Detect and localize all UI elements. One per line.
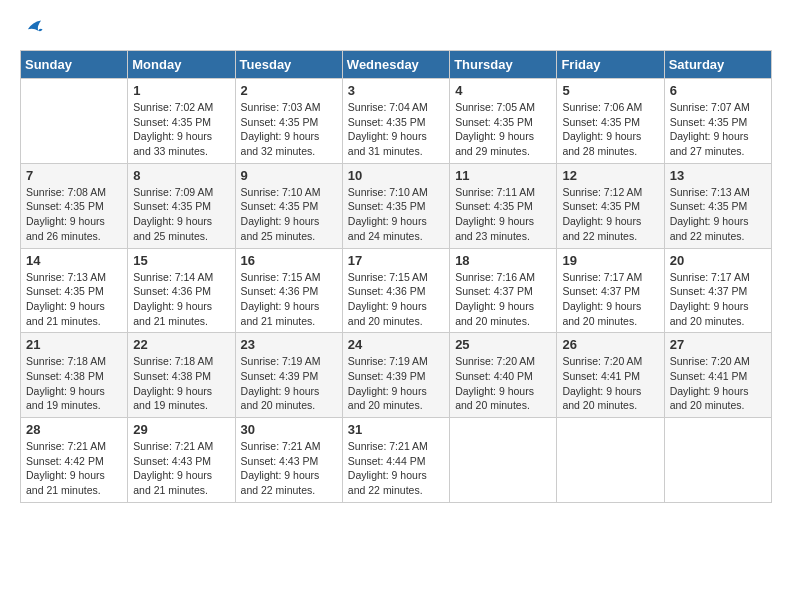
calendar-cell: 22Sunrise: 7:18 AM Sunset: 4:38 PM Dayli… — [128, 333, 235, 418]
day-number: 5 — [562, 83, 658, 98]
day-info: Sunrise: 7:13 AM Sunset: 4:35 PM Dayligh… — [670, 185, 766, 244]
calendar-day-header: Friday — [557, 51, 664, 79]
day-number: 10 — [348, 168, 444, 183]
calendar-cell: 20Sunrise: 7:17 AM Sunset: 4:37 PM Dayli… — [664, 248, 771, 333]
calendar-cell: 14Sunrise: 7:13 AM Sunset: 4:35 PM Dayli… — [21, 248, 128, 333]
calendar-day-header: Thursday — [450, 51, 557, 79]
calendar-week-row: 7Sunrise: 7:08 AM Sunset: 4:35 PM Daylig… — [21, 163, 772, 248]
day-info: Sunrise: 7:15 AM Sunset: 4:36 PM Dayligh… — [348, 270, 444, 329]
day-info: Sunrise: 7:04 AM Sunset: 4:35 PM Dayligh… — [348, 100, 444, 159]
calendar-cell: 4Sunrise: 7:05 AM Sunset: 4:35 PM Daylig… — [450, 79, 557, 164]
calendar-day-header: Tuesday — [235, 51, 342, 79]
day-number: 9 — [241, 168, 337, 183]
calendar-cell: 11Sunrise: 7:11 AM Sunset: 4:35 PM Dayli… — [450, 163, 557, 248]
calendar-cell: 30Sunrise: 7:21 AM Sunset: 4:43 PM Dayli… — [235, 418, 342, 503]
day-number: 13 — [670, 168, 766, 183]
day-info: Sunrise: 7:21 AM Sunset: 4:43 PM Dayligh… — [133, 439, 229, 498]
calendar-cell: 3Sunrise: 7:04 AM Sunset: 4:35 PM Daylig… — [342, 79, 449, 164]
calendar-cell: 19Sunrise: 7:17 AM Sunset: 4:37 PM Dayli… — [557, 248, 664, 333]
day-number: 17 — [348, 253, 444, 268]
calendar-cell: 7Sunrise: 7:08 AM Sunset: 4:35 PM Daylig… — [21, 163, 128, 248]
day-info: Sunrise: 7:10 AM Sunset: 4:35 PM Dayligh… — [348, 185, 444, 244]
calendar-cell: 13Sunrise: 7:13 AM Sunset: 4:35 PM Dayli… — [664, 163, 771, 248]
calendar-day-header: Wednesday — [342, 51, 449, 79]
day-info: Sunrise: 7:19 AM Sunset: 4:39 PM Dayligh… — [241, 354, 337, 413]
calendar-cell: 15Sunrise: 7:14 AM Sunset: 4:36 PM Dayli… — [128, 248, 235, 333]
logo — [20, 16, 44, 38]
day-info: Sunrise: 7:14 AM Sunset: 4:36 PM Dayligh… — [133, 270, 229, 329]
day-number: 3 — [348, 83, 444, 98]
day-number: 2 — [241, 83, 337, 98]
day-number: 8 — [133, 168, 229, 183]
calendar-cell — [450, 418, 557, 503]
page-header — [20, 16, 772, 38]
day-number: 18 — [455, 253, 551, 268]
calendar-cell: 6Sunrise: 7:07 AM Sunset: 4:35 PM Daylig… — [664, 79, 771, 164]
day-number: 22 — [133, 337, 229, 352]
day-info: Sunrise: 7:18 AM Sunset: 4:38 PM Dayligh… — [133, 354, 229, 413]
calendar-cell: 8Sunrise: 7:09 AM Sunset: 4:35 PM Daylig… — [128, 163, 235, 248]
day-info: Sunrise: 7:20 AM Sunset: 4:41 PM Dayligh… — [670, 354, 766, 413]
day-info: Sunrise: 7:11 AM Sunset: 4:35 PM Dayligh… — [455, 185, 551, 244]
calendar-cell: 26Sunrise: 7:20 AM Sunset: 4:41 PM Dayli… — [557, 333, 664, 418]
day-info: Sunrise: 7:02 AM Sunset: 4:35 PM Dayligh… — [133, 100, 229, 159]
calendar-day-header: Sunday — [21, 51, 128, 79]
day-info: Sunrise: 7:17 AM Sunset: 4:37 PM Dayligh… — [670, 270, 766, 329]
day-number: 4 — [455, 83, 551, 98]
day-number: 1 — [133, 83, 229, 98]
day-number: 27 — [670, 337, 766, 352]
calendar-cell — [664, 418, 771, 503]
logo-bird-icon — [22, 16, 44, 38]
calendar-table: SundayMondayTuesdayWednesdayThursdayFrid… — [20, 50, 772, 503]
day-number: 31 — [348, 422, 444, 437]
day-info: Sunrise: 7:20 AM Sunset: 4:41 PM Dayligh… — [562, 354, 658, 413]
day-info: Sunrise: 7:19 AM Sunset: 4:39 PM Dayligh… — [348, 354, 444, 413]
calendar-cell — [21, 79, 128, 164]
day-number: 23 — [241, 337, 337, 352]
calendar-cell: 31Sunrise: 7:21 AM Sunset: 4:44 PM Dayli… — [342, 418, 449, 503]
day-info: Sunrise: 7:16 AM Sunset: 4:37 PM Dayligh… — [455, 270, 551, 329]
calendar-cell: 21Sunrise: 7:18 AM Sunset: 4:38 PM Dayli… — [21, 333, 128, 418]
calendar-cell: 16Sunrise: 7:15 AM Sunset: 4:36 PM Dayli… — [235, 248, 342, 333]
calendar-cell: 10Sunrise: 7:10 AM Sunset: 4:35 PM Dayli… — [342, 163, 449, 248]
day-info: Sunrise: 7:07 AM Sunset: 4:35 PM Dayligh… — [670, 100, 766, 159]
day-info: Sunrise: 7:21 AM Sunset: 4:43 PM Dayligh… — [241, 439, 337, 498]
calendar-cell: 29Sunrise: 7:21 AM Sunset: 4:43 PM Dayli… — [128, 418, 235, 503]
day-number: 14 — [26, 253, 122, 268]
day-info: Sunrise: 7:09 AM Sunset: 4:35 PM Dayligh… — [133, 185, 229, 244]
day-number: 19 — [562, 253, 658, 268]
calendar-cell: 12Sunrise: 7:12 AM Sunset: 4:35 PM Dayli… — [557, 163, 664, 248]
day-info: Sunrise: 7:03 AM Sunset: 4:35 PM Dayligh… — [241, 100, 337, 159]
day-number: 16 — [241, 253, 337, 268]
day-info: Sunrise: 7:05 AM Sunset: 4:35 PM Dayligh… — [455, 100, 551, 159]
day-info: Sunrise: 7:12 AM Sunset: 4:35 PM Dayligh… — [562, 185, 658, 244]
day-info: Sunrise: 7:21 AM Sunset: 4:44 PM Dayligh… — [348, 439, 444, 498]
calendar-week-row: 1Sunrise: 7:02 AM Sunset: 4:35 PM Daylig… — [21, 79, 772, 164]
day-number: 24 — [348, 337, 444, 352]
calendar-day-header: Saturday — [664, 51, 771, 79]
day-number: 12 — [562, 168, 658, 183]
calendar-week-row: 28Sunrise: 7:21 AM Sunset: 4:42 PM Dayli… — [21, 418, 772, 503]
calendar-cell: 5Sunrise: 7:06 AM Sunset: 4:35 PM Daylig… — [557, 79, 664, 164]
calendar-cell: 24Sunrise: 7:19 AM Sunset: 4:39 PM Dayli… — [342, 333, 449, 418]
calendar-cell: 2Sunrise: 7:03 AM Sunset: 4:35 PM Daylig… — [235, 79, 342, 164]
day-info: Sunrise: 7:20 AM Sunset: 4:40 PM Dayligh… — [455, 354, 551, 413]
calendar-cell: 25Sunrise: 7:20 AM Sunset: 4:40 PM Dayli… — [450, 333, 557, 418]
day-number: 11 — [455, 168, 551, 183]
day-info: Sunrise: 7:18 AM Sunset: 4:38 PM Dayligh… — [26, 354, 122, 413]
day-number: 29 — [133, 422, 229, 437]
day-number: 25 — [455, 337, 551, 352]
day-info: Sunrise: 7:08 AM Sunset: 4:35 PM Dayligh… — [26, 185, 122, 244]
day-number: 20 — [670, 253, 766, 268]
day-number: 26 — [562, 337, 658, 352]
calendar-cell: 27Sunrise: 7:20 AM Sunset: 4:41 PM Dayli… — [664, 333, 771, 418]
day-number: 30 — [241, 422, 337, 437]
calendar-body: 1Sunrise: 7:02 AM Sunset: 4:35 PM Daylig… — [21, 79, 772, 503]
calendar-cell: 9Sunrise: 7:10 AM Sunset: 4:35 PM Daylig… — [235, 163, 342, 248]
day-number: 15 — [133, 253, 229, 268]
calendar-cell: 18Sunrise: 7:16 AM Sunset: 4:37 PM Dayli… — [450, 248, 557, 333]
day-number: 28 — [26, 422, 122, 437]
day-number: 6 — [670, 83, 766, 98]
calendar-week-row: 14Sunrise: 7:13 AM Sunset: 4:35 PM Dayli… — [21, 248, 772, 333]
day-info: Sunrise: 7:06 AM Sunset: 4:35 PM Dayligh… — [562, 100, 658, 159]
